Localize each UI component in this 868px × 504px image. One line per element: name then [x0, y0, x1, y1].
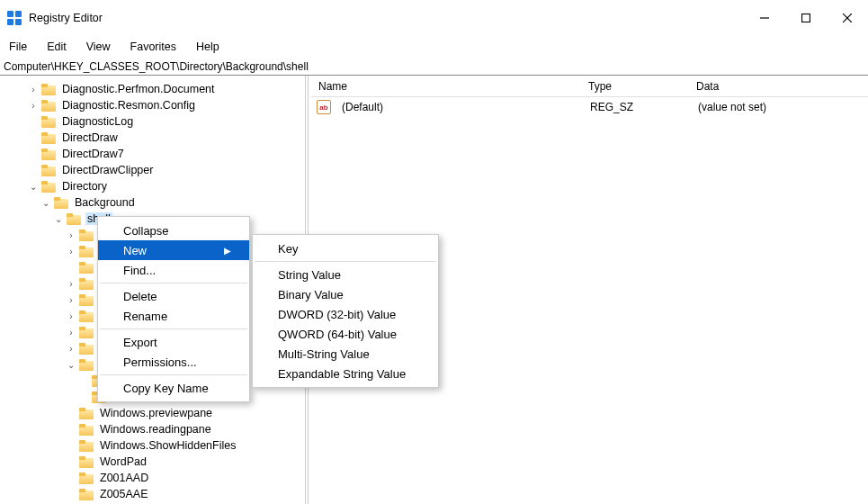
folder-icon	[79, 343, 94, 355]
expander-icon[interactable]	[65, 230, 77, 240]
col-header-name[interactable]: Name	[311, 80, 581, 93]
folder-icon	[79, 456, 94, 468]
chevron-right-icon: ▶	[224, 246, 231, 256]
expander-icon[interactable]	[27, 85, 40, 94]
ctx-permissions[interactable]: Permissions...	[98, 352, 249, 372]
folder-icon	[79, 278, 94, 290]
expander-icon[interactable]	[65, 247, 77, 256]
address-bar[interactable]: Computer\HKEY_CLASSES_ROOT\Directory\Bac…	[0, 58, 868, 76]
tree-item[interactable]: Windows.previewpane	[0, 405, 305, 421]
folder-icon	[79, 472, 94, 484]
ctx-export[interactable]: Export	[98, 332, 249, 352]
expander-icon[interactable]	[27, 101, 40, 111]
submenu-item[interactable]: Binary Value	[253, 284, 438, 304]
menu-edit[interactable]: Edit	[43, 39, 70, 55]
minimize-button[interactable]	[744, 0, 785, 36]
tree-item[interactable]: Diagnostic.Resmon.Config	[0, 97, 305, 113]
tree-item[interactable]: Diagnostic.Perfmon.Document	[0, 81, 305, 97]
new-submenu: KeyString ValueBinary ValueDWORD (32-bit…	[252, 234, 439, 388]
ctx-delete[interactable]: Delete	[98, 286, 249, 306]
ctx-separator	[100, 283, 247, 284]
ctx-separator	[255, 261, 436, 262]
folder-icon	[79, 424, 94, 436]
expander-icon[interactable]	[65, 344, 77, 354]
menu-file[interactable]: File	[5, 39, 31, 55]
expander-icon[interactable]	[65, 279, 77, 289]
tree-item-label: Diagnostic.Resmon.Config	[60, 99, 197, 112]
expander-icon[interactable]	[65, 295, 77, 305]
menubar: File Edit View Favorites Help	[0, 36, 868, 58]
folder-icon	[67, 213, 81, 225]
folder-icon	[54, 197, 68, 209]
folder-icon	[41, 132, 56, 144]
cell-data: (value not set)	[691, 101, 868, 113]
col-header-data[interactable]: Data	[689, 80, 868, 93]
expander-icon[interactable]	[65, 328, 77, 338]
tree-item-label: Diagnostic.Perfmon.Document	[60, 83, 217, 95]
folder-icon	[79, 408, 94, 419]
expander-icon[interactable]	[65, 311, 77, 321]
cell-type: REG_SZ	[583, 101, 691, 113]
close-button[interactable]	[827, 0, 868, 36]
maximize-button[interactable]	[785, 0, 827, 36]
ctx-separator	[100, 328, 247, 329]
ctx-separator	[100, 374, 247, 375]
col-header-type[interactable]: Type	[581, 80, 689, 93]
ctx-collapse[interactable]: Collapse	[98, 220, 249, 240]
list-row[interactable]: ab (Default) REG_SZ (value not set)	[311, 97, 868, 117]
tree-item-label: WordPad	[98, 455, 148, 468]
tree-item-label: DirectDraw7	[60, 148, 126, 160]
tree-item[interactable]: DiagnosticLog	[0, 113, 305, 130]
list-header: Name Type Data	[311, 76, 868, 97]
submenu-item[interactable]: Key	[253, 238, 438, 258]
ctx-find[interactable]: Find...	[98, 260, 249, 280]
context-menu: Collapse New ▶ Find... Delete Rename Exp…	[97, 216, 250, 402]
folder-icon	[41, 165, 56, 176]
submenu-item[interactable]: Multi-String Value	[253, 344, 438, 364]
ctx-copykey[interactable]: Copy Key Name	[98, 378, 249, 398]
tree-item[interactable]: DirectDraw7	[0, 146, 305, 162]
tree-item[interactable]: Directory	[0, 178, 305, 194]
submenu-item[interactable]: QWORD (64-bit) Value	[253, 324, 438, 344]
tree-item[interactable]: WordPad	[0, 454, 305, 470]
folder-icon	[41, 100, 56, 112]
titlebar: Registry Editor	[0, 0, 868, 36]
tree-item[interactable]: DirectDraw	[0, 130, 305, 146]
tree-item-label: Background	[73, 196, 137, 209]
folder-icon	[41, 84, 56, 95]
tree-item[interactable]: Z001AAD	[0, 470, 305, 486]
submenu-item[interactable]: String Value	[253, 265, 438, 284]
folder-icon	[79, 246, 94, 257]
tree-item[interactable]: Background	[0, 194, 305, 211]
submenu-item[interactable]: DWORD (32-bit) Value	[253, 304, 438, 324]
expander-icon[interactable]	[40, 198, 52, 208]
menu-help[interactable]: Help	[192, 39, 223, 55]
folder-icon	[79, 440, 94, 452]
tree-item[interactable]: DirectDrawClipper	[0, 162, 305, 178]
folder-icon	[41, 148, 56, 160]
address-text: Computer\HKEY_CLASSES_ROOT\Directory\Bac…	[4, 60, 309, 73]
tree-item-label: DiagnosticLog	[60, 115, 135, 128]
folder-icon	[79, 310, 94, 322]
folder-icon	[79, 294, 94, 306]
window-title: Registry Editor	[29, 12, 103, 24]
tree-item-label: Z005AAE	[98, 488, 150, 500]
ctx-new[interactable]: New ▶	[98, 240, 249, 260]
reg-string-icon: ab	[317, 100, 331, 114]
folder-icon	[41, 116, 56, 128]
svg-rect-1	[802, 14, 810, 22]
tree-item[interactable]: Windows.readingpane	[0, 421, 305, 437]
tree-item-label: DirectDraw	[60, 131, 120, 144]
expander-icon[interactable]	[52, 214, 65, 224]
expander-icon[interactable]	[65, 360, 77, 370]
tree-item[interactable]: Z005AAE	[0, 486, 305, 502]
tree-item-label: Directory	[60, 180, 109, 193]
tree-item-label: Windows.ShowHiddenFiles	[98, 439, 237, 452]
submenu-item[interactable]: Expandable String Value	[253, 364, 438, 383]
ctx-rename[interactable]: Rename	[98, 306, 249, 326]
app-icon	[7, 11, 22, 25]
tree-item[interactable]: Windows.ShowHiddenFiles	[0, 437, 305, 454]
expander-icon[interactable]	[27, 182, 40, 192]
menu-view[interactable]: View	[83, 39, 114, 55]
menu-favorites[interactable]: Favorites	[127, 39, 180, 55]
